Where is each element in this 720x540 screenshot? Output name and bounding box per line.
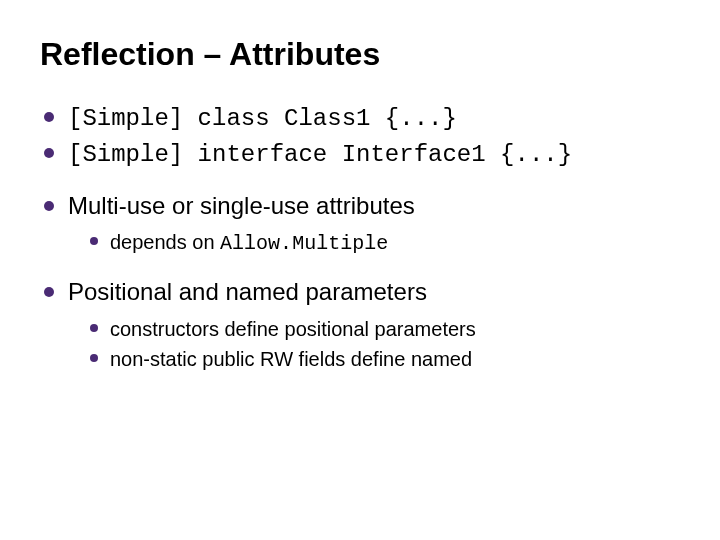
- code-allow: Allow.: [220, 232, 292, 255]
- sub-bullet-list: depends on Allow.Multiple: [68, 228, 680, 258]
- sub-bullet-depends: depends on Allow.Multiple: [88, 228, 680, 258]
- sub-bullet-fields: non-static public RW fields define named: [88, 345, 680, 373]
- code-multiple: Multiple: [292, 232, 388, 255]
- bullet-text: Multi-use or single-use attributes: [68, 192, 415, 219]
- sub-bullet-list: constructors define positional parameter…: [68, 315, 680, 373]
- slide-title: Reflection – Attributes: [40, 36, 680, 73]
- code-text: [Simple] interface Interface1 {...}: [68, 141, 572, 168]
- sub-bullet-constructors: constructors define positional parameter…: [88, 315, 680, 343]
- bullet-list: [Simple] class Class1 {...} [Simple] int…: [40, 101, 680, 373]
- sub-bullet-text: non-static public RW fields define named: [110, 348, 472, 370]
- bullet-code-class: [Simple] class Class1 {...}: [40, 101, 680, 135]
- bullet-multi-use: Multi-use or single-use attributes depen…: [40, 190, 680, 258]
- spacer: [40, 174, 680, 188]
- bullet-positional-named: Positional and named parameters construc…: [40, 276, 680, 372]
- spacer: [40, 260, 680, 274]
- bullet-text: Positional and named parameters: [68, 278, 427, 305]
- code-text: [Simple] class Class1 {...}: [68, 105, 457, 132]
- bullet-code-interface: [Simple] interface Interface1 {...}: [40, 137, 680, 171]
- sub-bullet-text: constructors define positional parameter…: [110, 318, 476, 340]
- slide: Reflection – Attributes [Simple] class C…: [0, 0, 720, 540]
- sub-bullet-prefix: depends on: [110, 231, 220, 253]
